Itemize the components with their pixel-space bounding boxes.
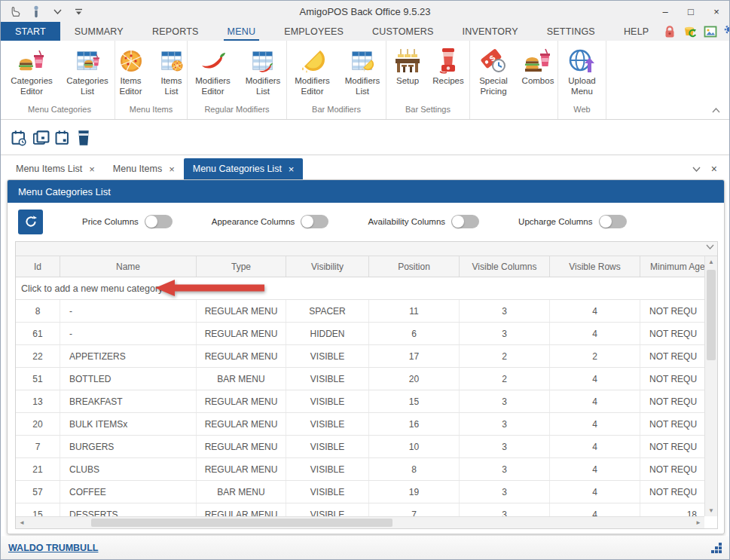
cell-name: BURGERS xyxy=(60,436,197,457)
close-tab-icon[interactable]: × xyxy=(289,164,295,175)
table-row[interactable]: 51BOTTLEDBAR MENUVISIBLE2024NOT REQU xyxy=(16,368,704,390)
modifiers-list-button[interactable]: Modifiers List xyxy=(339,44,386,99)
minimize-button[interactable]: – xyxy=(652,1,678,22)
chevron-down-icon[interactable] xyxy=(50,5,64,18)
column-header-name[interactable]: Name xyxy=(60,256,197,277)
table-row[interactable]: 13BREAKFASTREGULAR MENUVISIBLE1534NOT RE… xyxy=(16,390,704,413)
table-row[interactable]: 57COFFEEBAR MENUVISIBLE1934NOT REQU xyxy=(16,481,704,503)
special-pricing-button[interactable]: $ Special Pricing xyxy=(470,44,517,99)
close-tab-icon[interactable]: × xyxy=(169,164,175,175)
current-user-link[interactable]: WALDO TRUMBULL xyxy=(8,543,98,553)
cell-visible-rows: 4 xyxy=(550,323,640,344)
ribbon-tab-menu[interactable]: MENU xyxy=(213,22,270,41)
column-header-minimum-age-v[interactable]: Minimum Age V xyxy=(640,256,705,277)
scroll-right-icon[interactable]: ► xyxy=(692,519,704,526)
doc-tab-menu-items[interactable]: Menu Items× xyxy=(104,158,184,179)
pizza-icon xyxy=(118,46,145,76)
ribbon-tab-settings[interactable]: SETTINGS xyxy=(533,22,609,41)
doc-tab-menu-items-list[interactable]: Menu Items List× xyxy=(7,158,104,179)
ribbon-tab-inventory[interactable]: INVENTORY xyxy=(448,22,533,41)
horizontal-scroll-thumb[interactable] xyxy=(91,519,392,527)
blender-icon xyxy=(437,46,460,76)
table-row[interactable]: 15DESSERTSREGULAR MENUVISIBLE73418 xyxy=(16,503,704,516)
ribbon-group-label: Regular Modifiers xyxy=(188,105,286,119)
ribbon: Categories Editor Categories ListMenu Ca… xyxy=(1,41,729,120)
toggle-price-columns: Price Columns xyxy=(82,215,173,228)
calendar-day-icon[interactable] xyxy=(55,130,70,146)
column-header-type[interactable]: Type xyxy=(197,256,286,277)
close-tab-icon[interactable]: × xyxy=(89,164,95,175)
bucket-refresh-icon[interactable] xyxy=(683,25,697,38)
table-row[interactable]: 20BULK ITEMSxREGULAR MENUVISIBLE1634NOT … xyxy=(16,413,704,436)
cell-name: COFFEE xyxy=(60,481,197,503)
table-row[interactable]: 61-REGULAR MENUHIDDEN634NOT REQU xyxy=(16,323,704,345)
ribbon-collapse-icon[interactable] xyxy=(712,108,720,113)
image-icon[interactable] xyxy=(704,25,717,38)
maximize-button[interactable]: □ xyxy=(678,1,704,22)
vertical-scroll-thumb[interactable] xyxy=(707,270,716,360)
cell-visible-rows: 4 xyxy=(550,458,640,480)
toggle-label: Availability Columns xyxy=(368,217,445,226)
ribbon-tab-start[interactable]: START xyxy=(1,22,60,41)
cell-type: REGULAR MENU xyxy=(197,323,286,344)
ribbon-tab-summary[interactable]: SUMMARY xyxy=(60,22,138,41)
column-header-visibility[interactable]: Visibility xyxy=(286,256,369,277)
refresh-button[interactable] xyxy=(18,210,43,234)
categories-list-button[interactable]: Categories List xyxy=(60,44,115,99)
cell-id: 51 xyxy=(16,368,60,390)
close-document-icon[interactable]: × xyxy=(711,163,717,175)
customize-toolbar-icon[interactable] xyxy=(72,5,85,18)
calendar-stack-icon[interactable] xyxy=(33,130,48,146)
tab-list-dropdown-icon[interactable] xyxy=(692,167,701,172)
close-button[interactable]: × xyxy=(704,1,729,22)
touch-pointer-icon[interactable] xyxy=(29,5,43,18)
horizontal-scrollbar[interactable]: ◄ ► xyxy=(16,516,704,528)
column-chooser-dropdown-icon[interactable] xyxy=(706,244,714,249)
modifiers-editor-button[interactable]: Modifiers Editor xyxy=(188,44,238,99)
doc-tab-menu-categories-list[interactable]: Menu Categories List× xyxy=(184,158,304,179)
lock-icon[interactable] xyxy=(663,25,677,38)
combos-button[interactable]: Combos xyxy=(518,44,557,88)
cell-type: REGULAR MENU xyxy=(197,436,286,457)
column-header-visible-columns[interactable]: Visible Columns xyxy=(460,256,550,277)
cell-visibility: VISIBLE xyxy=(286,368,369,390)
scroll-down-icon[interactable]: ▼ xyxy=(705,505,717,516)
modifiers-list-button[interactable]: Modifiers List xyxy=(240,44,286,99)
toggle-switch[interactable] xyxy=(599,215,627,228)
ribbon-tab-employees[interactable]: EMPLOYEES xyxy=(270,22,358,41)
cell-type: REGULAR MENU xyxy=(197,345,286,367)
beverage-glass-icon[interactable] xyxy=(77,130,92,146)
new-row-hint[interactable]: Click to add a new menu category xyxy=(16,277,704,300)
column-header-id[interactable]: Id xyxy=(16,256,60,277)
column-header-visible-rows[interactable]: Visible Rows xyxy=(550,256,640,277)
categories-editor-button[interactable]: Categories Editor xyxy=(5,44,59,99)
bar-icon xyxy=(393,46,422,76)
ribbon-tab-help[interactable]: HELP xyxy=(609,22,663,41)
upload-menu-button[interactable]: Upload Menu xyxy=(558,44,606,99)
cell-visible-rows: 2 xyxy=(550,345,640,367)
table-row[interactable]: 8-REGULAR MENUSPACER1134NOT REQU xyxy=(16,300,704,323)
ribbon-tab-customers[interactable]: CUSTOMERS xyxy=(358,22,447,41)
cell-position: 19 xyxy=(369,481,460,503)
scroll-left-icon[interactable]: ◄ xyxy=(16,519,28,526)
toggle-switch[interactable] xyxy=(451,215,479,228)
calendar-clock-icon[interactable] xyxy=(11,130,26,146)
vertical-scrollbar[interactable]: ▲ ▼ xyxy=(704,256,717,516)
items-list-button[interactable]: Items List xyxy=(152,44,191,99)
scroll-up-icon[interactable]: ▲ xyxy=(705,256,717,268)
setup-button[interactable]: Setup xyxy=(388,44,427,88)
toggle-switch[interactable] xyxy=(145,215,173,228)
modifiers-editor-button[interactable]: Modifiers Editor xyxy=(287,44,338,99)
items-editor-button[interactable]: Items Editor xyxy=(111,44,151,99)
cell-position: 20 xyxy=(369,368,460,390)
toggle-switch[interactable] xyxy=(301,215,328,228)
ribbon-tab-reports[interactable]: REPORTS xyxy=(138,22,213,41)
gears-icon[interactable] xyxy=(724,25,730,38)
recipes-button[interactable]: Recipes xyxy=(429,44,468,88)
table-row[interactable]: 7BURGERSREGULAR MENUVISIBLE1034NOT REQU xyxy=(16,436,704,458)
column-header-position[interactable]: Position xyxy=(369,256,460,277)
table-row[interactable]: 22APPETIZERSREGULAR MENUVISIBLE1722NOT R… xyxy=(16,345,704,368)
doc-tab-label: Menu Items xyxy=(113,164,162,174)
table-row[interactable]: 21CLUBSREGULAR MENUVISIBLE834NOT REQU xyxy=(16,458,704,481)
hand-cursor-icon[interactable] xyxy=(8,5,22,18)
